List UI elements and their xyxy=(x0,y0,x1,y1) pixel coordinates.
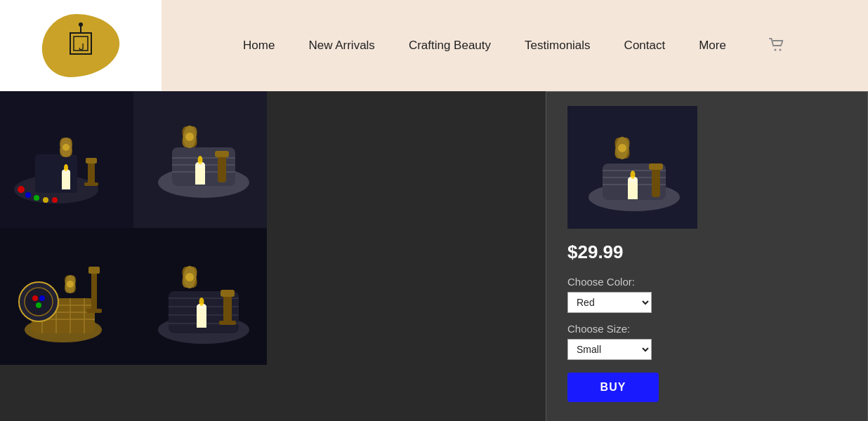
center-spacer xyxy=(267,91,546,421)
svg-rect-93 xyxy=(649,163,663,170)
svg-point-75 xyxy=(185,273,194,281)
svg-point-54 xyxy=(36,302,41,308)
nav-new-arrivals[interactable]: New Arrivals xyxy=(308,39,374,53)
svg-rect-77 xyxy=(221,290,235,297)
nav-bar: Home New Arrivals Crafting Beauty Testim… xyxy=(162,0,868,91)
svg-rect-23 xyxy=(86,158,97,163)
main-product-image xyxy=(567,106,697,229)
svg-rect-57 xyxy=(86,309,102,313)
color-select[interactable]: Red Blue Green Black White xyxy=(567,292,652,313)
main-content: $29.99 Choose Color: Red Blue Green Blac… xyxy=(0,91,868,421)
gallery-image-4[interactable] xyxy=(133,228,267,365)
logo: ل xyxy=(39,14,122,77)
svg-point-3 xyxy=(79,22,83,27)
color-label: Choose Color: xyxy=(567,276,846,288)
svg-point-12 xyxy=(34,195,39,201)
gallery-image-3[interactable] xyxy=(0,228,133,365)
svg-point-13 xyxy=(43,197,48,203)
svg-point-14 xyxy=(52,197,58,203)
logo-area: ل xyxy=(0,14,162,77)
svg-point-37 xyxy=(185,133,194,141)
svg-rect-39 xyxy=(215,151,229,157)
svg-rect-38 xyxy=(218,154,226,182)
nav-more[interactable]: More xyxy=(699,39,726,53)
header: ل Home New Arrivals Crafting Beauty Test… xyxy=(0,0,868,91)
size-select[interactable]: Small Medium Large X-Large xyxy=(567,339,652,360)
svg-point-53 xyxy=(39,295,45,301)
nav-contact[interactable]: Contact xyxy=(624,39,666,53)
product-gallery xyxy=(0,91,267,421)
product-price: $29.99 xyxy=(567,241,846,263)
svg-rect-24 xyxy=(84,182,98,186)
svg-rect-56 xyxy=(88,267,100,274)
logo-text: ل xyxy=(56,19,105,72)
svg-point-21 xyxy=(63,144,70,151)
svg-rect-9 xyxy=(35,154,77,193)
cart-icon xyxy=(767,34,787,54)
product-detail-panel: $29.99 Choose Color: Red Blue Green Blac… xyxy=(546,91,868,421)
gallery-image-2[interactable] xyxy=(133,91,267,228)
svg-point-10 xyxy=(18,186,25,193)
svg-point-87 xyxy=(631,171,636,179)
svg-point-51 xyxy=(25,288,53,316)
gallery-image-1[interactable] xyxy=(0,91,133,228)
svg-point-33 xyxy=(198,156,203,164)
cart-button[interactable] xyxy=(767,34,787,57)
svg-rect-55 xyxy=(91,270,97,312)
svg-text:ل: ل xyxy=(79,43,84,51)
svg-point-17 xyxy=(64,164,68,171)
nav-crafting-beauty[interactable]: Crafting Beauty xyxy=(409,39,491,53)
svg-point-52 xyxy=(32,295,38,301)
svg-rect-22 xyxy=(88,161,95,186)
svg-point-61 xyxy=(67,281,74,288)
svg-point-5 xyxy=(774,48,776,51)
svg-rect-76 xyxy=(223,295,232,323)
size-label: Choose Size: xyxy=(567,323,846,335)
svg-point-11 xyxy=(25,192,31,198)
buy-button[interactable]: BUY xyxy=(567,373,659,402)
svg-point-71 xyxy=(199,298,204,306)
svg-rect-92 xyxy=(652,168,660,197)
svg-point-91 xyxy=(618,144,626,152)
svg-rect-78 xyxy=(219,321,236,325)
svg-point-6 xyxy=(779,48,781,51)
nav-testimonials[interactable]: Testimonials xyxy=(525,39,591,53)
nav-home[interactable]: Home xyxy=(243,39,275,53)
